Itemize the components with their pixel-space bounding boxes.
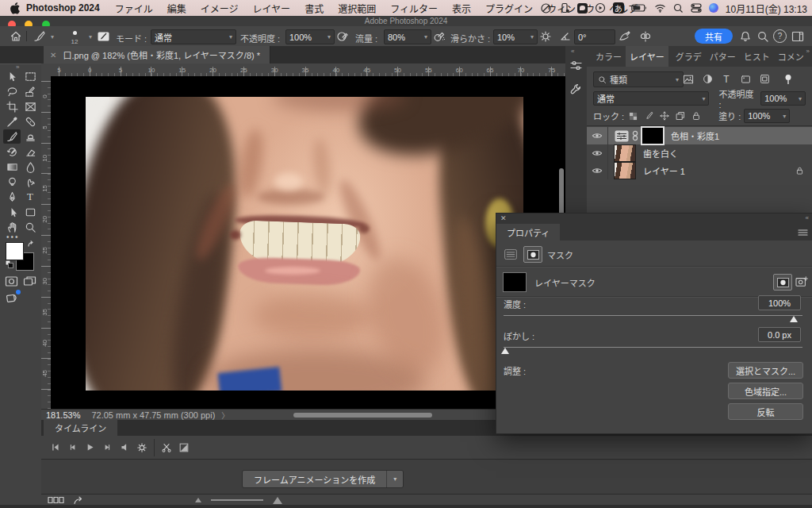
layer-name[interactable]: レイヤー 1 [643,164,685,177]
healing-brush-tool[interactable] [21,114,39,129]
expand-dock-icon[interactable]: « [571,48,574,55]
mute-audio-button[interactable] [116,440,133,456]
path-selection-tool[interactable] [3,205,21,219]
airbrush-icon[interactable] [433,30,446,43]
select-and-mask-button[interactable]: 選択とマスク... [728,362,803,379]
tab-gradients[interactable]: グラデ [672,46,706,67]
battery-icon[interactable] [631,4,647,12]
properties-tab[interactable]: プロパティ [496,224,560,241]
dodge-tool[interactable] [3,175,21,189]
photo-image[interactable] [86,97,523,391]
layer-filter-search[interactable]: 種類 ▾ [593,71,684,87]
transition-button[interactable] [175,440,193,456]
tab-patterns[interactable]: パター [706,46,740,67]
layer-name[interactable]: 歯を白く [643,147,678,160]
share-button[interactable]: 共有 [695,29,733,44]
line-app-icon[interactable] [577,3,588,13]
menu-clock[interactable]: 10月11日(金) 13:13 [726,2,807,15]
layer-visibility-eye-icon[interactable] [587,127,608,144]
mode-select[interactable]: 通常▾ [151,29,236,44]
opacity-input[interactable]: 100%▾ [285,29,335,44]
lock-position-icon[interactable] [660,111,669,121]
shape-tool[interactable] [21,205,39,219]
layer-opacity-input[interactable]: 100%▾ [760,91,806,106]
convert-to-frames-icon[interactable] [48,496,65,504]
filter-type-layers-icon[interactable]: T [718,72,734,86]
collapse-panel-icon[interactable]: « [806,214,809,221]
pressure-opacity-icon[interactable] [336,30,349,43]
play-button[interactable] [81,440,98,456]
lock-transparency-icon[interactable] [629,112,638,121]
ime-ja-icon[interactable]: あ [613,2,624,13]
blend-mode-select[interactable]: 通常▾ [593,91,709,106]
lock-artboard-icon[interactable] [676,111,685,121]
filter-shape-layers-icon[interactable] [737,72,753,86]
eraser-tool[interactable] [21,144,39,159]
density-slider-thumb[interactable] [790,316,798,322]
pen-tool[interactable] [3,190,21,204]
filter-smart-objects-icon[interactable] [756,72,772,86]
frame-tool[interactable] [21,99,39,114]
play-status-icon[interactable] [595,2,606,13]
invert-button[interactable]: 反転 [728,403,803,420]
feather-slider-thumb[interactable] [501,348,509,354]
spotlight-icon[interactable] [673,3,684,13]
eyedropper-tool[interactable] [3,114,21,129]
apple-menu-icon[interactable] [10,2,20,14]
pressure-size-icon[interactable] [619,30,631,43]
object-selection-tool[interactable] [21,84,39,98]
collapse-dock-icon[interactable]: » [806,48,810,55]
rotate-view-icon[interactable] [5,291,19,305]
help-icon[interactable]: ? [773,29,787,43]
move-tool[interactable] [3,69,21,83]
zoom-tool[interactable] [21,220,39,234]
smoothing-input[interactable]: 10%▾ [493,29,538,44]
angle-input[interactable]: 0° [574,29,615,44]
density-slider-track[interactable] [504,315,802,316]
canvas-pasteboard[interactable] [51,76,565,409]
menu-file[interactable]: ファイル [115,2,153,15]
add-mask-icon[interactable] [794,274,810,289]
tab-layers[interactable]: レイヤー [626,46,668,67]
menu-view[interactable]: 表示 [452,2,471,15]
filter-pixel-layers-icon[interactable] [680,72,696,86]
mic-muted-icon[interactable] [540,2,552,14]
brush-tool[interactable] [3,129,21,144]
zoom-level-value[interactable]: 181.53% [46,410,80,420]
foreground-color-swatch[interactable] [6,242,24,260]
filter-adjustment-layers-icon[interactable] [699,72,715,86]
menu-select[interactable]: 選択範囲 [338,2,376,15]
smudge-tool[interactable] [21,175,39,189]
density-value[interactable]: 100% [758,295,801,310]
brush-settings-panel-icon[interactable] [97,30,110,43]
wifi-icon[interactable] [654,4,666,13]
siri-icon[interactable] [709,3,718,13]
feather-value[interactable]: 0.0 px [758,327,801,342]
menu-layer[interactable]: レイヤー [252,2,290,15]
tab-comments[interactable]: コメン [774,46,808,67]
fill-input[interactable]: 100%▾ [744,109,790,123]
layer-mask-thumbnail[interactable] [641,126,665,145]
menu-plugins[interactable]: プラグイン [485,2,533,15]
timeline-zoom-slider[interactable] [211,499,263,501]
menu-filter[interactable]: フィルター [390,2,438,15]
home-icon[interactable] [10,30,22,43]
layer-thumbnail[interactable] [614,144,636,162]
menu-image[interactable]: イメージ [201,2,239,15]
adjustment-properties-icon[interactable] [503,248,519,262]
next-frame-button[interactable] [98,440,116,456]
mask-properties-icon[interactable] [523,246,542,263]
mask-thumbnail-large[interactable] [503,272,527,292]
first-frame-button[interactable] [46,440,63,456]
zoom-out-timeline-icon[interactable] [195,498,201,502]
timeline-settings-gear-icon[interactable] [133,440,151,456]
swap-colors-icon[interactable] [26,240,36,249]
history-brush-tool[interactable] [3,144,21,159]
layer-row-hue-saturation[interactable]: 色相・彩度1 [587,127,812,144]
horizontal-scrollbar[interactable] [293,413,432,418]
filter-toggle-pin-icon[interactable] [780,72,796,86]
control-center-icon[interactable] [691,3,702,13]
smoothing-options-gear-icon[interactable] [539,30,552,43]
tools-wrench-panel-icon[interactable] [569,83,583,96]
mask-link-icon[interactable] [632,130,638,141]
